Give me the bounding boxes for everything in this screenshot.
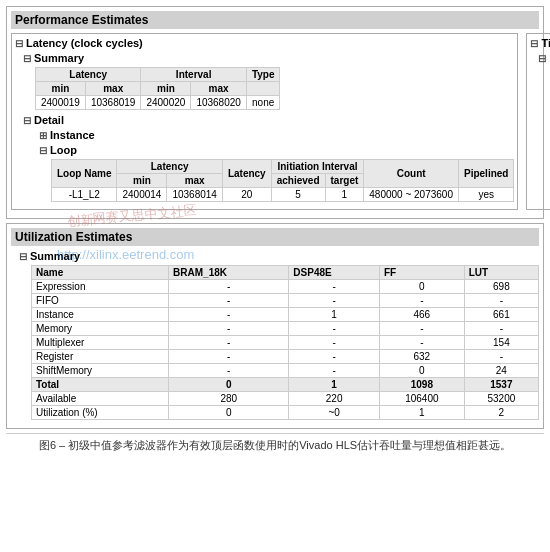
interval-header: Interval [141, 68, 246, 82]
loop-pipelined-header: Pipelined [459, 160, 514, 188]
loop-achieved-header: achieved [271, 174, 325, 188]
util-total-lut: 1537 [464, 378, 538, 392]
loop-init-header: Initiation Interval [271, 160, 364, 174]
util-summary-section: ⊟ Summary Name BRAM_18K DSP48E FF LUT [19, 250, 539, 420]
util-multiplexer-name: Multiplexer [32, 336, 169, 350]
util-instance-row: Instance - 1 466 661 [32, 308, 539, 322]
loop-count-header: Count [364, 160, 459, 188]
util-shiftmemory-name: ShiftMemory [32, 364, 169, 378]
loop-target-header: target [325, 174, 364, 188]
util-summary-title: ⊟ Summary [19, 250, 539, 262]
latency-collapse-icon[interactable]: ⊟ [15, 38, 23, 49]
timing-collapse-icon[interactable]: ⊟ [530, 38, 538, 49]
util-total-row: Total 0 1 1098 1537 [32, 378, 539, 392]
util-shiftmemory-lut: 24 [464, 364, 538, 378]
loop-name-val: -L1_L2 [52, 188, 117, 202]
latency-summary-title: ⊟ Summary [23, 52, 514, 64]
latency-panel: ⊟ Latency (clock cycles) ⊟ Summary Laten… [11, 33, 518, 210]
util-register-name: Register [32, 350, 169, 364]
util-fifo-name: FIFO [32, 294, 169, 308]
lat-min-header: min [36, 82, 86, 96]
util-register-lut: - [464, 350, 538, 364]
utilization-title: Utilization Estimates [11, 228, 539, 246]
performance-estimates-panel: Performance Estimates ⊟ Latency (clock c… [6, 6, 544, 219]
detail-label: Detail [34, 114, 64, 126]
loop-label: Loop [50, 144, 77, 156]
util-available-row: Available 280 220 106400 53200 [32, 392, 539, 406]
util-available-name: Available [32, 392, 169, 406]
util-instance-ff: 466 [379, 308, 464, 322]
instance-collapse-icon[interactable]: ⊞ [39, 130, 47, 141]
util-memory-bram: - [169, 322, 289, 336]
loop-lat-min-header: min [117, 174, 167, 188]
util-expression-name: Expression [32, 280, 169, 294]
instance-item: ⊞ Instance [39, 129, 514, 141]
util-memory-name: Memory [32, 322, 169, 336]
lat-max-header: max [85, 82, 141, 96]
int-max-header: max [191, 82, 247, 96]
caption: 图6 – 初级中值参考滤波器作为有效顶层函数使用时的Vivado HLS估计吞吐… [6, 433, 544, 457]
loop-lat-min-val: 2400014 [117, 188, 167, 202]
util-multiplexer-lut: 154 [464, 336, 538, 350]
detail-collapse-icon[interactable]: ⊟ [23, 115, 31, 126]
util-shiftmemory-bram: - [169, 364, 289, 378]
util-bram-header: BRAM_18K [169, 266, 289, 280]
timing-summary-title: ⊟ Summary [538, 52, 550, 64]
util-multiplexer-dsp: - [289, 336, 380, 350]
util-summary-table: Name BRAM_18K DSP48E FF LUT Expression -… [31, 265, 539, 420]
util-utilization-dsp: ~0 [289, 406, 380, 420]
util-utilization-name: Utilization (%) [32, 406, 169, 420]
util-expression-dsp: - [289, 280, 380, 294]
loop-target-val: 1 [325, 188, 364, 202]
util-fifo-bram: - [169, 294, 289, 308]
loop-lat-max-header: max [167, 174, 223, 188]
utilization-panel: Utilization Estimates ⊟ Summary Name BRA… [6, 223, 544, 429]
util-instance-lut: 661 [464, 308, 538, 322]
loop-count-val: 480000 ~ 2073600 [364, 188, 459, 202]
util-summary-collapse-icon[interactable]: ⊟ [19, 251, 27, 262]
util-memory-ff: - [379, 322, 464, 336]
util-ff-header: FF [379, 266, 464, 280]
latency-summary-collapse-icon[interactable]: ⊟ [23, 53, 31, 64]
timing-section-title: ⊟ Timing (ns) [530, 37, 550, 49]
loop-latency-val-header: Latency [222, 160, 271, 188]
util-fifo-ff: - [379, 294, 464, 308]
util-utilization-ff: 1 [379, 406, 464, 420]
util-fifo-dsp: - [289, 294, 380, 308]
lat-max-val: 10368019 [85, 96, 141, 110]
int-min-val: 2400020 [141, 96, 191, 110]
loop-collapse-icon[interactable]: ⊟ [39, 145, 47, 156]
util-summary-label: Summary [30, 250, 80, 262]
util-instance-bram: - [169, 308, 289, 322]
util-available-bram: 280 [169, 392, 289, 406]
latency-header: Latency [36, 68, 141, 82]
util-available-ff: 106400 [379, 392, 464, 406]
loop-pipelined-val: yes [459, 188, 514, 202]
util-summary-table-wrapper: Name BRAM_18K DSP48E FF LUT Expression -… [31, 265, 539, 420]
util-memory-dsp: - [289, 322, 380, 336]
util-utilization-bram: 0 [169, 406, 289, 420]
timing-summary-collapse-icon[interactable]: ⊟ [538, 53, 546, 64]
util-multiplexer-ff: - [379, 336, 464, 350]
loop-item: ⊟ Loop Loop Name Latency Latency [39, 144, 514, 202]
util-expression-bram: - [169, 280, 289, 294]
instance-label: Instance [50, 129, 95, 141]
latency-summary-section: ⊟ Summary Latency Interval Type [23, 52, 514, 110]
top-panels: ⊟ Latency (clock cycles) ⊟ Summary Laten… [11, 33, 539, 210]
loop-row: -L1_L2 2400014 10368014 20 5 1 480000 ~ … [52, 188, 514, 202]
util-total-name: Total [32, 378, 169, 392]
timing-panel: ⊟ Timing (ns) ⊟ Summary Clock Targ [526, 33, 550, 210]
util-memory-row: Memory - - - - [32, 322, 539, 336]
latency-summary-table: Latency Interval Type min max min max [35, 67, 280, 110]
util-lut-header: LUT [464, 266, 538, 280]
util-utilization-row: Utilization (%) 0 ~0 1 2 [32, 406, 539, 420]
loop-lat-max-val: 10368014 [167, 188, 223, 202]
loop-latency-val: 20 [222, 188, 271, 202]
util-fifo-lut: - [464, 294, 538, 308]
performance-title: Performance Estimates [11, 11, 539, 29]
detail-title: ⊟ Detail [23, 114, 514, 126]
lat-min-val: 2400019 [36, 96, 86, 110]
util-shiftmemory-ff: 0 [379, 364, 464, 378]
instance-title: ⊞ Instance [39, 129, 514, 141]
type-sub-header [246, 82, 280, 96]
